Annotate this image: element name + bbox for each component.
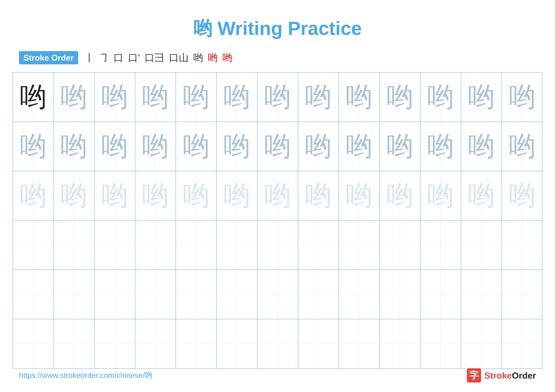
cell-2-10: 哟 <box>380 122 421 171</box>
cell-1-12: 哟 <box>461 73 502 121</box>
cell-2-6: 哟 <box>217 122 258 171</box>
char-2-12: 哟 <box>468 133 495 160</box>
cell-4-10[interactable] <box>380 221 421 270</box>
char-2-8: 哟 <box>305 133 332 160</box>
cell-1-4: 哟 <box>135 73 176 121</box>
char-3-4: 哟 <box>142 182 169 209</box>
char-2-13: 哟 <box>509 133 536 160</box>
char-2-3: 哟 <box>101 133 128 160</box>
cell-6-13[interactable] <box>502 319 543 368</box>
char-1-8: 哟 <box>305 84 332 111</box>
grid-row-3: 哟 哟 哟 哟 哟 哟 哟 哟 哟 哟 哟 哟 哟 <box>13 171 542 221</box>
char-1-7: 哟 <box>264 84 291 111</box>
cell-5-10[interactable] <box>380 270 421 319</box>
cell-5-4[interactable] <box>135 270 176 319</box>
char-1-1: 哟 <box>20 84 47 111</box>
cell-5-11[interactable] <box>420 270 461 319</box>
cell-1-9: 哟 <box>339 73 380 121</box>
char-1-13: 哟 <box>509 84 536 111</box>
cell-6-2[interactable] <box>54 319 95 368</box>
cell-4-6[interactable] <box>217 221 258 270</box>
char-1-12: 哟 <box>468 84 495 111</box>
cell-4-12[interactable] <box>461 221 502 270</box>
cell-4-4[interactable] <box>135 221 176 270</box>
char-2-6: 哟 <box>223 133 250 160</box>
footer-logo: 字 StrokeOrder <box>467 368 536 383</box>
char-1-9: 哟 <box>346 84 372 111</box>
char-3-12: 哟 <box>468 182 495 209</box>
cell-2-13: 哟 <box>502 122 543 171</box>
stroke-order-badge: Stroke Order <box>19 51 78 64</box>
cell-6-3[interactable] <box>95 319 135 368</box>
cell-5-7[interactable] <box>257 270 298 319</box>
cell-6-9[interactable] <box>339 319 380 368</box>
cell-5-8[interactable] <box>298 270 339 319</box>
cell-4-13[interactable] <box>502 221 543 270</box>
char-3-13: 哟 <box>509 182 536 209</box>
cell-4-9[interactable] <box>339 221 380 270</box>
cell-3-8: 哟 <box>298 171 339 220</box>
cell-4-8[interactable] <box>298 221 339 270</box>
cell-3-7: 哟 <box>257 171 298 220</box>
cell-3-12: 哟 <box>461 171 502 220</box>
char-2-2: 哟 <box>60 133 87 160</box>
cell-2-8: 哟 <box>298 122 339 171</box>
cell-3-10: 哟 <box>380 171 421 220</box>
cell-6-11[interactable] <box>420 319 461 368</box>
cell-3-3: 哟 <box>95 171 135 220</box>
char-1-5: 哟 <box>183 84 210 111</box>
cell-6-7[interactable] <box>257 319 298 368</box>
footer: https://www.strokeorder.com/chinese/哟 字 … <box>0 368 555 383</box>
cell-6-12[interactable] <box>461 319 502 368</box>
stroke-step-3: 口 <box>114 51 124 64</box>
cell-6-10[interactable] <box>380 319 421 368</box>
cell-4-2[interactable] <box>54 221 95 270</box>
title-chinese: 哟 <box>193 18 212 39</box>
cell-1-11: 哟 <box>420 73 461 121</box>
char-2-1: 哟 <box>20 133 47 160</box>
cell-5-2[interactable] <box>54 270 95 319</box>
stroke-sequence: 丨 ㇆ 口 口' 口⺕ 口山 哟 哟 哟 <box>85 51 232 64</box>
cell-5-5[interactable] <box>176 270 217 319</box>
cell-4-1[interactable] <box>13 221 54 270</box>
cell-4-11[interactable] <box>420 221 461 270</box>
title-english: Writing Practice <box>218 18 362 39</box>
cell-4-3[interactable] <box>95 221 135 270</box>
practice-grid: 哟 哟 哟 哟 哟 哟 哟 哟 哟 哟 哟 哟 哟 哟 哟 哟 哟 哟 哟 哟 … <box>13 72 542 369</box>
stroke-order-row: Stroke Order 丨 ㇆ 口 口' 口⺕ 口山 哟 哟 哟 <box>0 51 555 64</box>
char-1-2: 哟 <box>60 84 87 111</box>
logo-icon: 字 <box>467 368 481 383</box>
cell-6-5[interactable] <box>176 319 217 368</box>
cell-6-4[interactable] <box>135 319 176 368</box>
cell-6-1[interactable] <box>13 319 54 368</box>
footer-url: https://www.strokeorder.com/chinese/哟 <box>19 370 152 380</box>
cell-4-7[interactable] <box>257 221 298 270</box>
cell-3-2: 哟 <box>54 171 95 220</box>
cell-1-8: 哟 <box>298 73 339 121</box>
char-2-9: 哟 <box>346 133 372 160</box>
cell-5-12[interactable] <box>461 270 502 319</box>
char-3-2: 哟 <box>60 182 87 209</box>
cell-5-3[interactable] <box>95 270 135 319</box>
stroke-step-9: 哟 <box>222 51 232 64</box>
cell-2-5: 哟 <box>176 122 217 171</box>
cell-2-1: 哟 <box>13 122 54 171</box>
cell-5-13[interactable] <box>502 270 543 319</box>
cell-5-1[interactable] <box>13 270 54 319</box>
cell-3-1: 哟 <box>13 171 54 220</box>
cell-2-11: 哟 <box>420 122 461 171</box>
cell-6-8[interactable] <box>298 319 339 368</box>
char-3-10: 哟 <box>387 182 413 209</box>
stroke-step-2: ㇆ <box>99 51 109 64</box>
char-1-11: 哟 <box>427 84 454 111</box>
stroke-step-6: 口山 <box>169 51 189 64</box>
cell-5-6[interactable] <box>217 270 258 319</box>
cell-6-6[interactable] <box>217 319 258 368</box>
cell-2-4: 哟 <box>135 122 176 171</box>
char-1-10: 哟 <box>387 84 413 111</box>
cell-4-5[interactable] <box>176 221 217 270</box>
cell-3-5: 哟 <box>176 171 217 220</box>
logo-text-colored: Stroke <box>484 371 512 380</box>
cell-5-9[interactable] <box>339 270 380 319</box>
char-3-7: 哟 <box>264 182 291 209</box>
